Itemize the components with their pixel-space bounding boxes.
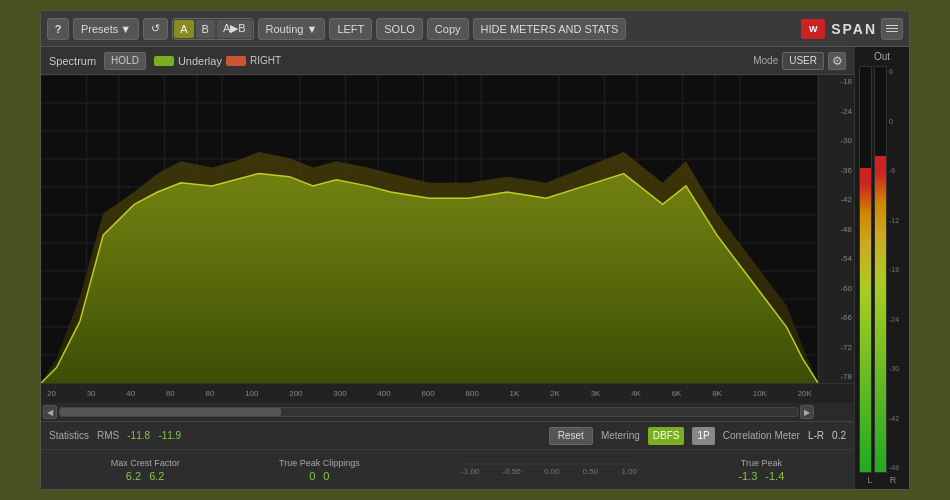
- copy-button[interactable]: Copy: [427, 18, 469, 40]
- menu-line: [886, 31, 898, 32]
- db-label: -60: [821, 284, 852, 293]
- menu-button[interactable]: [881, 18, 903, 40]
- right-meter-channel: [874, 66, 887, 473]
- crest-l: 6.2: [126, 470, 141, 482]
- ab-a-button[interactable]: A: [174, 20, 193, 38]
- main-content: Spectrum HOLD Underlay RIGHT Mode USER ⚙: [41, 47, 909, 489]
- mode-value[interactable]: USER: [782, 52, 824, 70]
- true-peak-clip-label: True Peak Clippings: [279, 458, 360, 468]
- left-meter-channel: [859, 66, 872, 473]
- correlation-meter-bar: [459, 463, 639, 465]
- clip-values: 0 0: [309, 470, 329, 482]
- presets-button[interactable]: Presets ▼: [73, 18, 139, 40]
- db-label: -30: [821, 136, 852, 145]
- out-label: Out: [859, 51, 905, 62]
- db-label: -48: [821, 225, 852, 234]
- stats-bottom: Max Crest Factor 6.2 6.2 True Peak Clipp…: [41, 450, 854, 489]
- true-peak-clip-group: True Peak Clippings 0 0: [279, 458, 360, 482]
- true-peak-group: True Peak -1.3 -1.4: [738, 458, 784, 482]
- corr-scale: -1.00 -0.50 0.00 0.50 1.00: [459, 467, 639, 476]
- right-meter-fill: [875, 156, 886, 472]
- clip-l: 0: [309, 470, 315, 482]
- right-channel-label: RIGHT: [250, 55, 281, 66]
- scroll-controls: ◀ ▶: [41, 403, 854, 421]
- db-label: -42: [821, 195, 852, 204]
- logo-area: W SPAN: [801, 19, 877, 39]
- left-meter-fill: [860, 168, 871, 472]
- right-meter-bar: [874, 66, 887, 473]
- db-label: -24: [821, 107, 852, 116]
- out-l-label: L: [868, 475, 873, 485]
- crest-factor-group: Max Crest Factor 6.2 6.2: [111, 458, 180, 482]
- solo-button[interactable]: SOLO: [376, 18, 423, 40]
- scroll-bar[interactable]: [59, 407, 798, 417]
- spectrum-header: Spectrum HOLD Underlay RIGHT Mode USER ⚙: [41, 47, 854, 75]
- scroll-thumb: [60, 408, 281, 416]
- top-bar: ? Presets ▼ ↺ A B A▶B Routing ▼ LEFT SOL…: [41, 11, 909, 47]
- meter-scale: 6 0 -6 -12 -18 -24 -30 -42 -48: [889, 66, 905, 473]
- spectrum-canvas: [41, 75, 854, 383]
- scroll-left-button[interactable]: ◀: [43, 405, 57, 419]
- crest-r: 6.2: [149, 470, 164, 482]
- routing-button[interactable]: Routing ▼: [258, 18, 326, 40]
- stats-top: Statistics RMS -11.8 -11.9 Reset Meterin…: [41, 422, 854, 450]
- correlation-label: Correlation Meter: [723, 430, 800, 441]
- spectrum-label: Spectrum: [49, 55, 96, 67]
- true-peak-label: True Peak: [741, 458, 782, 468]
- left-button[interactable]: LEFT: [329, 18, 372, 40]
- gear-button[interactable]: ⚙: [828, 52, 846, 70]
- clip-r: 0: [323, 470, 329, 482]
- db-scale: -18 -24 -30 -36 -42 -48 -54 -60 -66 -72 …: [818, 75, 854, 383]
- db-label: -36: [821, 166, 852, 175]
- peak-r: -1.4: [765, 470, 784, 482]
- lr-label: L-R: [808, 430, 824, 441]
- voxengo-logo: W: [801, 19, 825, 39]
- freq-labels: 20 30 40 60 80 100 200 300 400 600 800 1…: [45, 389, 850, 398]
- out-channel-labels: L R: [859, 475, 905, 485]
- hide-meters-button[interactable]: HIDE METERS AND STATS: [473, 18, 627, 40]
- bottom-bar: Statistics RMS -11.8 -11.9 Reset Meterin…: [41, 421, 854, 489]
- tp-button[interactable]: 1P: [692, 427, 714, 445]
- statistics-label: Statistics: [49, 430, 89, 441]
- ab-ab-button[interactable]: A▶B: [217, 20, 252, 38]
- peak-values: -1.3 -1.4: [738, 470, 784, 482]
- underlay-label: Underlay: [178, 55, 222, 67]
- db-label: -18: [821, 77, 852, 86]
- out-r-label: R: [890, 475, 897, 485]
- db-label: -54: [821, 254, 852, 263]
- metering-label: Metering: [601, 430, 640, 441]
- mode-label: Mode: [753, 55, 778, 66]
- output-meter: Out 6 0 -6: [854, 47, 909, 489]
- dbfs-button[interactable]: DBFS: [648, 427, 685, 445]
- spectrum-panel: Spectrum HOLD Underlay RIGHT Mode USER ⚙: [41, 47, 854, 489]
- left-meter-bar: [859, 66, 872, 473]
- plugin-window: ? Presets ▼ ↺ A B A▶B Routing ▼ LEFT SOL…: [40, 10, 910, 490]
- rms-values: -11.8 -11.9: [127, 430, 181, 441]
- rms-label: RMS: [97, 430, 119, 441]
- out-meter-body: 6 0 -6 -12 -18 -24 -30 -42 -48: [859, 66, 905, 473]
- help-button[interactable]: ?: [47, 18, 69, 40]
- correlation-value: 0.2: [832, 430, 846, 441]
- crest-factor-label: Max Crest Factor: [111, 458, 180, 468]
- scroll-right-button[interactable]: ▶: [800, 405, 814, 419]
- db-label: -66: [821, 313, 852, 322]
- plugin-name: SPAN: [831, 21, 877, 37]
- hold-button[interactable]: HOLD: [104, 52, 146, 70]
- freq-axis: 20 30 40 60 80 100 200 300 400 600 800 1…: [41, 383, 854, 403]
- crest-values: 6.2 6.2: [126, 470, 165, 482]
- spectrum-display[interactable]: -18 -24 -30 -36 -42 -48 -54 -60 -66 -72 …: [41, 75, 854, 383]
- rms-r: -11.9: [158, 430, 181, 441]
- peak-l: -1.3: [738, 470, 757, 482]
- ab-b-button[interactable]: B: [196, 20, 215, 38]
- underlay-indicator: Underlay RIGHT: [154, 55, 281, 67]
- mode-area: Mode USER ⚙: [753, 52, 846, 70]
- db-label: -78: [821, 372, 852, 381]
- menu-line: [886, 28, 898, 29]
- menu-line: [886, 25, 898, 26]
- corr-meter-area: -1.00 -0.50 0.00 0.50 1.00: [459, 463, 639, 476]
- refresh-button[interactable]: ↺: [143, 18, 168, 40]
- green-color-dot: [154, 56, 174, 66]
- reset-button[interactable]: Reset: [549, 427, 593, 445]
- red-color-dot: [226, 56, 246, 66]
- rms-l: -11.8: [127, 430, 150, 441]
